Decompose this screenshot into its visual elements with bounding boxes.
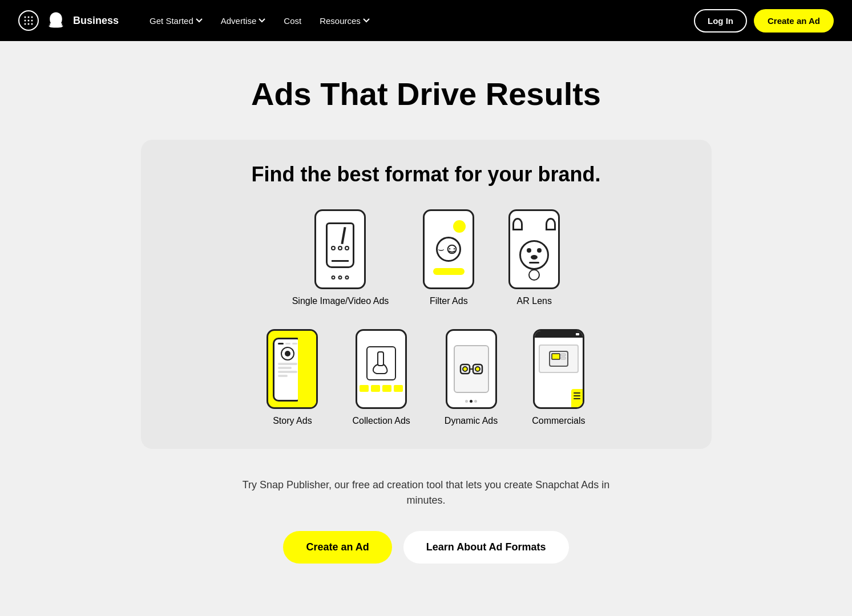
svg-point-11 <box>454 248 455 249</box>
svg-point-6 <box>25 23 26 25</box>
svg-point-4 <box>28 20 30 22</box>
svg-rect-21 <box>561 357 566 359</box>
ad-ar-lens[interactable]: AR Lens <box>508 209 560 306</box>
filter-phone-icon <box>423 209 474 289</box>
create-ad-cta-button[interactable]: Create an Ad <box>283 531 391 564</box>
svg-point-1 <box>28 17 30 18</box>
cta-row: Create an Ad Learn About Ad Formats <box>283 531 568 564</box>
nav-grid-button[interactable] <box>18 10 39 31</box>
svg-point-8 <box>31 23 33 25</box>
ad-story[interactable]: Story Ads <box>266 329 318 426</box>
snapchat-logo[interactable] <box>46 10 66 31</box>
dynamic-phone-icon <box>446 329 497 409</box>
ad-collection[interactable]: Collection Ads <box>352 329 410 426</box>
collection-phone-icon <box>356 329 407 409</box>
ad-row-2: Story Ads <box>175 329 677 426</box>
svg-point-0 <box>25 17 26 18</box>
nav-links: Get Started Advertise Cost Resources <box>142 11 689 30</box>
story-phone-icon <box>266 329 318 409</box>
navbar: Business Get Started Advertise Cost Reso… <box>0 0 852 41</box>
main-content: Ads That Drive Results Find the best for… <box>0 41 852 609</box>
nav-cost[interactable]: Cost <box>276 11 309 30</box>
learn-ad-formats-button[interactable]: Learn About Ad Formats <box>403 531 569 564</box>
ad-row-1: Single Image/Video Ads <box>175 209 677 306</box>
page-title: Ads That Drive Results <box>251 75 601 112</box>
nav-actions: Log In Create an Ad <box>694 9 834 33</box>
nav-advertise[interactable]: Advertise <box>213 11 274 30</box>
svg-point-3 <box>25 20 26 22</box>
svg-point-5 <box>31 20 33 22</box>
svg-point-10 <box>449 248 450 249</box>
svg-point-16 <box>475 367 480 371</box>
section-subtitle: Find the best format for your brand. <box>175 163 677 187</box>
nav-get-started[interactable]: Get Started <box>142 11 211 30</box>
svg-point-2 <box>31 17 33 18</box>
ad-single-image-video[interactable]: Single Image/Video Ads <box>292 209 389 306</box>
svg-rect-20 <box>561 354 566 356</box>
description-text: Try Snap Publisher, our free ad creation… <box>227 477 626 508</box>
single-image-phone-icon <box>314 209 366 289</box>
ar-lens-phone-icon <box>508 209 560 289</box>
commercials-phone-icon <box>533 329 584 409</box>
svg-point-7 <box>28 23 30 25</box>
ad-filter[interactable]: Filter Ads <box>423 209 474 306</box>
login-button[interactable]: Log In <box>694 9 747 33</box>
create-ad-nav-button[interactable]: Create an Ad <box>754 9 834 33</box>
ad-formats-section: Find the best format for your brand. <box>141 140 712 449</box>
svg-rect-12 <box>378 352 383 366</box>
brand-label: Business <box>73 15 119 27</box>
svg-rect-19 <box>552 354 560 359</box>
ad-commercials[interactable]: Commercials <box>532 329 585 426</box>
svg-point-15 <box>463 367 467 371</box>
nav-resources[interactable]: Resources <box>312 11 378 30</box>
ad-dynamic[interactable]: Dynamic Ads <box>445 329 498 426</box>
